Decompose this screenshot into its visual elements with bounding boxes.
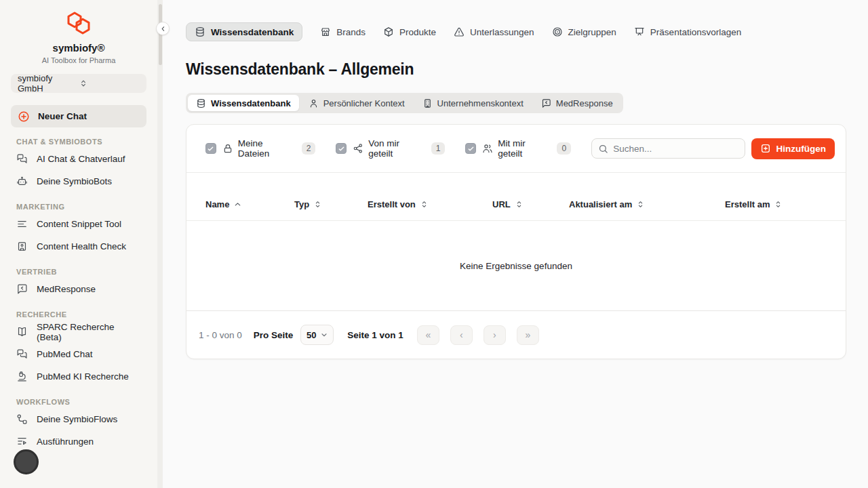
sidebar-item-content-health[interactable]: Content Health Check <box>11 235 146 258</box>
topnav-tab-zielgruppen[interactable]: Zielgruppen <box>552 26 616 37</box>
filter-meine-dateien[interactable]: Meine Dateien 2 <box>205 138 315 159</box>
chat-bubbles-icon <box>16 153 28 165</box>
sort-icon <box>774 200 783 209</box>
topnav-tab-produkte[interactable]: Produkte <box>383 26 436 37</box>
share-icon <box>353 143 363 154</box>
chevron-left-icon <box>159 25 167 33</box>
per-page-label: Pro Seite <box>254 330 294 340</box>
package-icon <box>383 26 394 37</box>
sidebar-item-symbiobots[interactable]: Deine SymbioBots <box>11 170 146 192</box>
lock-icon <box>222 143 233 154</box>
filter-von-mir-geteilt[interactable]: Von mir geteilt 1 <box>336 138 445 159</box>
pagination-page-indicator: Seite 1 von 1 <box>347 330 403 340</box>
filter-label: Mit mir geteilt <box>498 138 551 159</box>
filter-count-badge: 0 <box>557 142 571 155</box>
pagination-bar: 1 - 0 von 0 Pro Seite 50 Seite 1 von 1 «… <box>186 310 846 359</box>
sidebar-item-label: Content Snippet Tool <box>37 219 121 229</box>
hexagons-logo-icon <box>62 11 95 35</box>
per-page-value: 50 <box>307 330 316 340</box>
filter-count-badge: 2 <box>302 142 316 155</box>
topnav-tab-brands[interactable]: Brands <box>320 26 366 37</box>
sidebar-item-pubmed-ki[interactable]: PubMed KI Recherche <box>11 365 146 388</box>
add-button[interactable]: Hinzufügen <box>751 138 835 159</box>
sidebar-item-label: Deine SymbioBots <box>37 176 112 186</box>
sidebar-item-sparc[interactable]: SPARC Recherche (Beta) <box>11 321 146 343</box>
sidebar-item-symbioflows[interactable]: Deine SymbioFlows <box>11 408 146 430</box>
topnav-tab-unterlassungen[interactable]: Unterlassungen <box>454 26 534 37</box>
column-label: Typ <box>294 199 309 209</box>
building-icon <box>422 98 433 108</box>
checkbox-mit-mir-geteilt[interactable] <box>465 143 476 154</box>
new-chat-button[interactable]: Neuer Chat <box>11 105 146 127</box>
topnav-tab-praesentationsvorlagen[interactable]: Präsentationsvorlagen <box>634 26 741 37</box>
floating-widget-button[interactable] <box>14 449 39 474</box>
column-header-url[interactable]: URL <box>492 199 569 209</box>
warning-triangle-icon <box>454 26 465 37</box>
section-label: CHAT & SYMBIOBOTS <box>11 138 146 146</box>
brand-tagline: AI Toolbox for Pharma <box>0 56 157 64</box>
checkbox-von-mir-geteilt[interactable] <box>336 143 347 154</box>
section-label: MARKETING <box>11 203 146 211</box>
square-plus-icon <box>760 143 771 154</box>
database-icon <box>195 26 205 37</box>
building-person-icon <box>16 241 28 252</box>
chevron-down-icon <box>320 331 328 339</box>
database-icon <box>196 98 206 108</box>
sidebar-item-content-snippet[interactable]: Content Snippet Tool <box>11 213 146 235</box>
sort-icon <box>420 200 429 209</box>
search-icon <box>598 144 608 154</box>
sidebar-item-ai-chat[interactable]: AI Chat & Chatverlauf <box>11 148 146 170</box>
circle-plus-icon <box>18 110 30 123</box>
column-header-aktualisiert-am[interactable]: Aktualisiert am <box>569 199 725 209</box>
first-page-button[interactable]: « <box>417 325 439 345</box>
search-input[interactable] <box>613 144 738 154</box>
subtab-label: Unternehmenskontext <box>437 98 524 108</box>
per-page-select[interactable]: 50 <box>300 325 334 345</box>
sidebar-item-label: SPARC Recherche (Beta) <box>37 322 141 342</box>
column-header-erstellt-von[interactable]: Erstellt von <box>368 199 492 209</box>
brand-name: symbiofy® <box>0 42 157 54</box>
search-box <box>591 138 745 159</box>
org-selector[interactable]: symbiofy GmbH <box>11 74 146 93</box>
chevrons-up-down-icon <box>79 79 140 88</box>
next-page-button[interactable]: › <box>484 325 506 345</box>
topnav-tab-label: Unterlassungen <box>470 27 534 37</box>
sidebar-item-pubmed-chat[interactable]: PubMed Chat <box>11 343 146 365</box>
sidebar-item-label: Content Health Check <box>37 241 126 251</box>
topnav-tab-label: Produkte <box>399 27 436 37</box>
subtab-unternehmenskontext[interactable]: Unternehmenskontext <box>414 95 532 111</box>
sidebar-scrollbar-track[interactable] <box>157 0 163 488</box>
topnav-tab-wissensdatenbank[interactable]: Wissensdatenbank <box>186 22 302 41</box>
add-button-label: Hinzufügen <box>776 144 827 154</box>
section-recherche: RECHERCHE SPARC Recherche (Beta) PubMed … <box>11 310 146 388</box>
presentation-icon <box>634 26 645 37</box>
sidebar-item-label: Ausführungen <box>37 436 94 447</box>
knowledge-base-card: Meine Dateien 2 Von mir geteilt 1 <box>186 124 846 359</box>
sidebar-item-ausfuehrungen[interactable]: Ausführungen <box>11 430 146 453</box>
column-header-typ[interactable]: Typ <box>294 199 368 209</box>
checkbox-meine-dateien[interactable] <box>205 143 216 154</box>
column-header-name[interactable]: Name <box>205 199 294 209</box>
filter-mit-mir-geteilt[interactable]: Mit mir geteilt 0 <box>465 138 571 159</box>
app-logo <box>0 11 157 35</box>
sidebar-item-label: AI Chat & Chatverlauf <box>37 154 125 164</box>
sidebar-item-label: PubMed KI Recherche <box>37 371 129 382</box>
bot-icon <box>16 176 28 187</box>
text-lines-icon <box>16 218 28 230</box>
prev-page-button[interactable]: ‹ <box>450 325 473 345</box>
microscope-icon <box>16 371 28 382</box>
sort-icon <box>313 200 322 209</box>
main-content: Wissensdatenbank Brands Produkte Unterla… <box>163 0 868 488</box>
column-label: Name <box>205 199 229 209</box>
sidebar-collapse-button[interactable] <box>156 22 170 35</box>
org-selector-value: symbiofy GmbH <box>18 73 79 94</box>
column-header-erstellt-am[interactable]: Erstellt am <box>725 199 827 209</box>
sidebar-item-medresponse[interactable]: MedResponse <box>11 278 146 300</box>
subtab-persoenlicher-kontext[interactable]: Persönlicher Kontext <box>300 95 413 111</box>
last-page-button[interactable]: » <box>517 325 539 345</box>
users-icon <box>482 143 493 154</box>
column-label: Erstellt am <box>725 199 770 209</box>
subtab-wissensdatenbank[interactable]: Wissensdatenbank <box>188 95 299 111</box>
section-label: VERTRIEB <box>11 268 146 276</box>
subtab-medresponse[interactable]: MedResponse <box>533 95 621 111</box>
